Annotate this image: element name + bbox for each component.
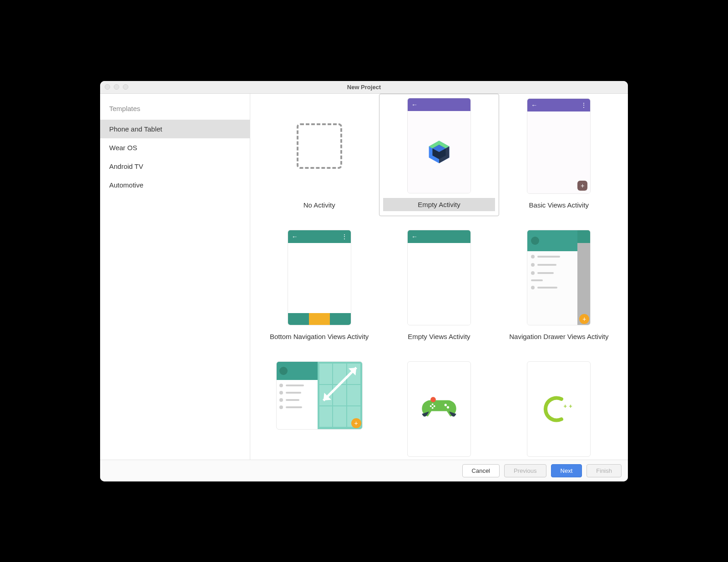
template-thumbnail: + + bbox=[527, 361, 591, 457]
template-label: Navigation Drawer Views Activity bbox=[509, 330, 608, 343]
zoom-window-button[interactable] bbox=[123, 84, 128, 90]
template-no-activity[interactable]: No Activity bbox=[259, 94, 379, 216]
svg-text:+: + bbox=[564, 402, 567, 409]
jetpack-compose-icon bbox=[426, 139, 452, 165]
finish-button[interactable]: Finish bbox=[586, 464, 622, 477]
template-thumbnail: + bbox=[276, 361, 363, 430]
template-responsive-views-activity[interactable]: + bbox=[259, 357, 379, 460]
next-button[interactable]: Next bbox=[551, 464, 582, 477]
template-label: Basic Views Activity bbox=[529, 198, 589, 212]
svg-line-5 bbox=[324, 367, 356, 400]
overflow-menu-icon: ⋮ bbox=[341, 233, 347, 240]
template-game-activity[interactable] bbox=[379, 357, 499, 460]
template-thumbnail: ← bbox=[407, 230, 471, 325]
appbar: ← bbox=[408, 98, 470, 111]
template-native-cpp[interactable]: + + bbox=[499, 357, 619, 460]
svg-text:+: + bbox=[569, 402, 572, 409]
avatar-icon bbox=[279, 367, 288, 375]
fab-add-icon: + bbox=[351, 418, 361, 428]
sidebar-item-wear-os[interactable]: Wear OS bbox=[100, 138, 250, 157]
templates-sidebar: Templates Phone and Tablet Wear OS Andro… bbox=[100, 94, 250, 460]
sidebar-item-label: Android TV bbox=[109, 162, 143, 170]
fab-add-icon: + bbox=[579, 314, 589, 324]
close-window-button[interactable] bbox=[105, 84, 110, 90]
template-thumbnail bbox=[407, 361, 471, 457]
fab-add-icon: + bbox=[577, 181, 587, 191]
svg-point-14 bbox=[447, 406, 449, 408]
sidebar-item-label: Wear OS bbox=[109, 144, 137, 152]
dashed-square-icon bbox=[297, 123, 342, 169]
svg-point-9 bbox=[430, 405, 432, 407]
template-label: No Activity bbox=[303, 198, 335, 212]
appbar: ← ⋮ bbox=[527, 99, 590, 111]
template-thumbnail: ← ⋮ + bbox=[527, 98, 591, 194]
sidebar-heading: Templates bbox=[100, 105, 250, 120]
back-arrow-icon: ← bbox=[411, 233, 418, 240]
cancel-button[interactable]: Cancel bbox=[462, 464, 500, 477]
gamepad-icon bbox=[421, 397, 457, 421]
avatar-icon bbox=[531, 237, 539, 245]
overflow-menu-icon: ⋮ bbox=[581, 101, 586, 109]
template-label: Bottom Navigation Views Activity bbox=[270, 330, 369, 343]
svg-point-8 bbox=[430, 397, 436, 402]
sidebar-item-label: Phone and Tablet bbox=[109, 125, 162, 133]
svg-point-10 bbox=[434, 405, 435, 407]
wizard-footer: Cancel Previous Next Finish bbox=[100, 460, 628, 481]
back-arrow-icon: ← bbox=[292, 233, 298, 240]
appbar: ← bbox=[408, 230, 470, 243]
new-project-window: New Project Templates Phone and Tablet W… bbox=[100, 81, 628, 481]
previous-button[interactable]: Previous bbox=[504, 464, 546, 477]
template-thumbnail: ← bbox=[407, 98, 471, 193]
sidebar-item-phone-and-tablet[interactable]: Phone and Tablet bbox=[100, 120, 250, 138]
svg-point-12 bbox=[432, 407, 434, 409]
sidebar-item-android-tv[interactable]: Android TV bbox=[100, 157, 250, 176]
appbar: ← ⋮ bbox=[288, 230, 351, 243]
template-empty-activity[interactable]: ← Empty Activity bbox=[379, 94, 499, 216]
template-grid: No Activity ← bbox=[250, 94, 628, 460]
minimize-window-button[interactable] bbox=[114, 84, 119, 90]
back-arrow-icon: ← bbox=[531, 101, 537, 109]
template-empty-views-activity[interactable]: ← Empty Views Activity bbox=[379, 225, 499, 348]
template-thumbnail: ← ⋮ bbox=[288, 230, 351, 325]
resize-arrow-icon bbox=[320, 365, 359, 404]
template-label: Empty Activity bbox=[383, 198, 495, 211]
template-basic-views-activity[interactable]: ← ⋮ + Basic Views Activity bbox=[499, 94, 619, 216]
svg-point-13 bbox=[445, 404, 447, 406]
cpp-icon: + + bbox=[543, 395, 575, 423]
template-navigation-drawer-views-activity[interactable]: + Navigation Drawer Views Activity bbox=[499, 225, 619, 348]
template-bottom-navigation-views-activity[interactable]: ← ⋮ Bottom Navigation Views Activity bbox=[259, 225, 379, 348]
window-controls bbox=[105, 84, 128, 90]
window-title: New Project bbox=[100, 84, 628, 91]
svg-point-11 bbox=[432, 403, 434, 405]
back-arrow-icon: ← bbox=[411, 101, 418, 108]
template-thumbnail: + bbox=[527, 230, 591, 325]
sidebar-item-automotive[interactable]: Automotive bbox=[100, 176, 250, 194]
template-thumbnail bbox=[288, 98, 351, 194]
sidebar-item-label: Automotive bbox=[109, 181, 143, 189]
bottom-nav-bar bbox=[288, 313, 351, 325]
titlebar: New Project bbox=[100, 81, 628, 94]
template-label: Empty Views Activity bbox=[408, 330, 470, 343]
